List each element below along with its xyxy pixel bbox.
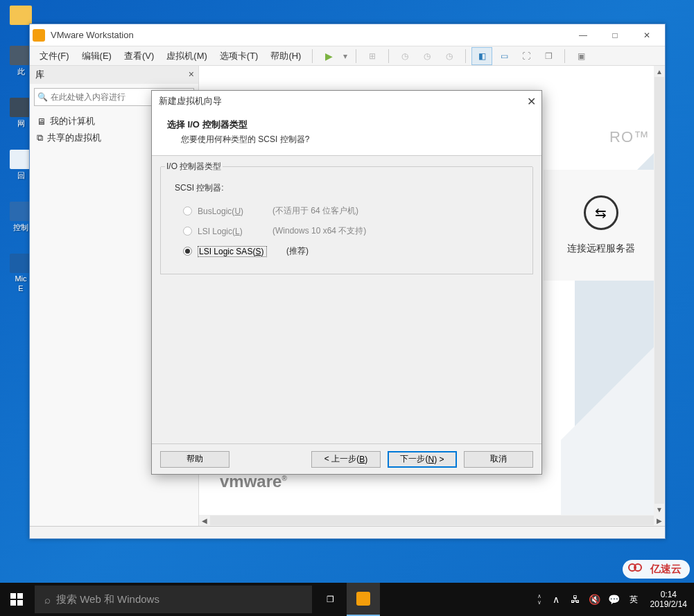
desktop-icon-folder[interactable] bbox=[8, 6, 33, 25]
svg-rect-1 bbox=[17, 593, 23, 599]
taskbar: ⌕ 搜索 Web 和 Windows ❐ ∧∨ ∧ 🖧 🔇 💬 英 0:14 2… bbox=[0, 583, 694, 616]
library-header: 库 × bbox=[30, 66, 198, 84]
help-button[interactable]: 帮助 bbox=[160, 451, 229, 468]
library-close-icon[interactable]: × bbox=[189, 69, 194, 80]
toolbar-devices-icon[interactable]: ⊞ bbox=[362, 47, 383, 65]
radio-lsilogic: LSI Logic(L) (Windows 10 x64 不支持) bbox=[175, 221, 519, 241]
vmware-logo: vmware® bbox=[220, 472, 287, 491]
next-button[interactable]: 下一步(N) > bbox=[388, 451, 457, 468]
toolbar-thumbnail-icon[interactable]: ▭ bbox=[494, 47, 514, 65]
radio-label: LSI Logic(L) bbox=[198, 227, 267, 236]
radio-note: (Windows 10 x64 不支持) bbox=[272, 225, 366, 237]
tray-scroll-icon[interactable]: ∧∨ bbox=[535, 593, 544, 606]
menu-tabs[interactable]: 选项卡(T) bbox=[214, 48, 264, 64]
wizard-heading: 选择 I/O 控制器类型 bbox=[167, 118, 526, 131]
io-controller-group: I/O 控制器类型 SCSI 控制器: BusLogic(U) (不适用于 64… bbox=[160, 167, 533, 274]
minimize-button[interactable]: — bbox=[568, 26, 598, 45]
taskbar-date: 2019/2/14 bbox=[650, 599, 687, 609]
wizard-header: 选择 I/O 控制器类型 您要使用何种类型的 SCSI 控制器? bbox=[152, 112, 541, 156]
toolbar-unity-icon[interactable]: ❐ bbox=[538, 47, 559, 65]
menu-vm[interactable]: 虚拟机(M) bbox=[161, 48, 213, 64]
tray-notifications-icon[interactable]: 💬 bbox=[607, 594, 621, 605]
radio-label: LSI Logic SAS(S) bbox=[198, 246, 267, 257]
taskbar-time: 0:14 bbox=[650, 590, 687, 599]
radio-icon bbox=[183, 227, 192, 236]
toolbar-library-icon[interactable]: ◧ bbox=[471, 47, 492, 65]
menu-help[interactable]: 帮助(H) bbox=[265, 48, 306, 64]
search-icon: ⌕ bbox=[44, 594, 51, 606]
library-title: 库 bbox=[35, 69, 44, 81]
wizard-close-icon[interactable]: ✕ bbox=[527, 95, 536, 108]
close-button[interactable]: ✕ bbox=[632, 26, 662, 45]
window-title: VMware Workstation bbox=[51, 30, 568, 40]
wizard-subheading: 您要使用何种类型的 SCSI 控制器? bbox=[181, 134, 526, 146]
app-icon bbox=[33, 29, 45, 42]
cancel-button[interactable]: 取消 bbox=[464, 451, 533, 468]
menubar: 文件(F) 编辑(E) 查看(V) 虚拟机(M) 选项卡(T) 帮助(H) ▶ … bbox=[30, 46, 665, 66]
back-button[interactable]: < 上一步(B) bbox=[311, 451, 381, 468]
taskbar-search-placeholder: 搜索 Web 和 Windows bbox=[56, 593, 159, 606]
radio-icon bbox=[183, 247, 192, 256]
connect-remote-label: 连接远程服务器 bbox=[567, 243, 635, 255]
scsi-label: SCSI 控制器: bbox=[175, 182, 519, 194]
menu-file[interactable]: 文件(F) bbox=[34, 48, 75, 64]
radio-note: (不适用于 64 位客户机) bbox=[272, 205, 358, 217]
wizard-titlebar: 新建虚拟机向导 ✕ bbox=[152, 91, 541, 112]
toolbar-manage-icon[interactable]: ◷ bbox=[439, 47, 460, 65]
new-vm-wizard: 新建虚拟机向导 ✕ 选择 I/O 控制器类型 您要使用何种类型的 SCSI 控制… bbox=[151, 90, 542, 475]
radio-buslogic: BusLogic(U) (不适用于 64 位客户机) bbox=[175, 201, 519, 221]
group-legend: I/O 控制器类型 bbox=[165, 161, 223, 173]
toolbar-revert-icon[interactable]: ◷ bbox=[417, 47, 437, 65]
scrollbar-vertical[interactable]: ▲▼ bbox=[654, 66, 665, 515]
connect-remote-card[interactable]: ⇆ 连接远程服务器 bbox=[544, 170, 658, 281]
radio-note: (推荐) bbox=[286, 245, 309, 257]
tray-volume-icon[interactable]: 🔇 bbox=[588, 594, 602, 605]
start-button[interactable] bbox=[0, 583, 33, 616]
titlebar: VMware Workstation — □ ✕ bbox=[30, 24, 665, 46]
wizard-title-text: 新建虚拟机向导 bbox=[159, 95, 222, 107]
taskbar-search[interactable]: ⌕ 搜索 Web 和 Windows bbox=[35, 586, 312, 613]
monitor-icon: 🖥 bbox=[37, 116, 46, 127]
radio-label: BusLogic(U) bbox=[198, 206, 267, 216]
svg-rect-3 bbox=[17, 600, 23, 606]
tray-ime1[interactable]: 英 bbox=[627, 594, 641, 606]
tree-label: 我的计算机 bbox=[50, 115, 95, 127]
shared-icon: ⧉ bbox=[37, 132, 43, 143]
maximize-button[interactable]: □ bbox=[600, 26, 630, 45]
connect-remote-icon: ⇆ bbox=[584, 195, 618, 230]
toolbar-snapshot-icon[interactable]: ◷ bbox=[394, 47, 415, 65]
toolbar-stretch-icon[interactable]: ▣ bbox=[571, 47, 591, 65]
menu-view[interactable]: 查看(V) bbox=[119, 48, 159, 64]
svg-rect-2 bbox=[10, 600, 16, 606]
menu-edit[interactable]: 编辑(E) bbox=[76, 48, 117, 64]
radio-lsilogic-sas[interactable]: LSI Logic SAS(S) (推荐) bbox=[175, 241, 519, 261]
taskbar-vmware-icon[interactable] bbox=[347, 583, 380, 616]
search-icon: 🔍 bbox=[37, 92, 48, 102]
radio-icon bbox=[183, 206, 192, 215]
watermark-logo: 亿速云 bbox=[623, 560, 690, 579]
wizard-footer: 帮助 < 上一步(B) 下一步(N) > 取消 bbox=[152, 443, 541, 474]
play-button[interactable]: ▶ bbox=[318, 47, 339, 65]
status-bar bbox=[30, 526, 665, 538]
taskbar-clock[interactable]: 0:14 2019/2/14 bbox=[646, 590, 691, 610]
task-view-icon[interactable]: ❐ bbox=[313, 583, 347, 616]
scrollbar-horizontal[interactable]: ◀▶ bbox=[199, 515, 665, 526]
tree-label: 共享的虚拟机 bbox=[47, 132, 101, 144]
svg-rect-0 bbox=[10, 593, 16, 599]
pro-logo: RO™ bbox=[609, 128, 650, 146]
toolbar-fullscreen-icon[interactable]: ⛶ bbox=[516, 47, 537, 65]
tray-network-icon[interactable]: 🖧 bbox=[569, 594, 582, 605]
play-dropdown[interactable]: ▾ bbox=[340, 47, 350, 65]
tray-up-icon[interactable]: ∧ bbox=[549, 594, 563, 605]
